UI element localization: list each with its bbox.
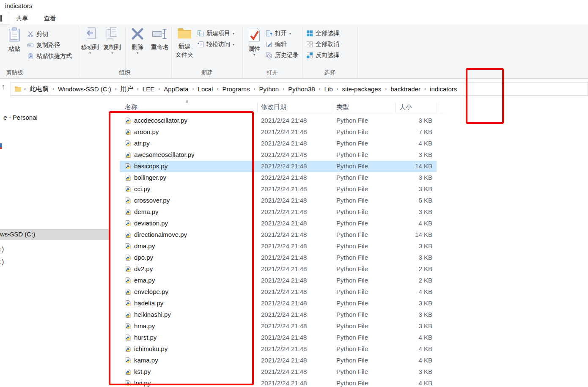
file-type: Python File [336, 208, 368, 215]
up-arrow-icon[interactable]: ↑ [1, 82, 5, 92]
file-row[interactable]: awesomeoscillator.py 2021/2/24 21:48 Pyt… [0, 149, 588, 161]
history-button[interactable]: 历史记录 [266, 51, 299, 60]
file-row[interactable]: hadelta.py 2021/2/24 21:48 Python File 3… [0, 298, 588, 309]
file-type: Python File [336, 288, 368, 295]
scissors-icon [27, 31, 34, 38]
file-row[interactable]: deviation.py 2021/2/24 21:48 Python File… [0, 218, 588, 229]
file-row[interactable]: kst.py 2021/2/24 21:48 Python File 3 KB [0, 366, 588, 378]
file-type: Python File [336, 334, 368, 341]
file-date-modified: 2021/2/24 21:48 [261, 254, 307, 261]
select-none-button[interactable]: 全部取消 [306, 40, 339, 49]
tab-share[interactable]: 共享 [11, 12, 33, 25]
file-date-modified: 2021/2/24 21:48 [261, 265, 307, 272]
ribbon: 粘贴 剪切 W... 复制路径 粘贴快捷方式 剪贴板 移动到 ▾ 复制到 ▾ [0, 25, 588, 79]
column-divider[interactable] [257, 102, 258, 113]
copy-path-button[interactable]: W... 复制路径 [27, 41, 60, 50]
select-all-icon [306, 30, 313, 37]
file-row[interactable]: directionalmove.py 2021/2/24 21:48 Pytho… [0, 229, 588, 241]
breadcrumb-item[interactable]: indicators [428, 85, 459, 93]
new-folder-icon [177, 27, 192, 40]
file-row[interactable]: lrsi.py 2021/2/24 21:48 Python File 4 KB [0, 378, 588, 387]
breadcrumb-item[interactable]: 用户 [118, 85, 135, 93]
open-button[interactable]: 打开 ▾ [266, 29, 291, 38]
file-row[interactable]: atr.py 2021/2/24 21:48 Python File 4 KB [0, 138, 588, 149]
file-row[interactable]: kama.py 2021/2/24 21:48 Python File 4 KB [0, 355, 588, 366]
python-file-icon [125, 300, 132, 307]
breadcrumb-item[interactable]: Windows-SSD (C:) [56, 85, 113, 93]
copy-to-button[interactable]: 复制到 ▾ [102, 27, 123, 55]
move-to-button[interactable]: 移动到 ▾ [80, 27, 101, 55]
file-row[interactable]: basicops.py 2021/2/24 21:48 Python File … [0, 161, 588, 172]
paste-button[interactable]: 粘贴 [4, 27, 25, 52]
paste-shortcut-button[interactable]: 粘贴快捷方式 [27, 52, 72, 61]
file-type: Python File [336, 265, 368, 272]
breadcrumb-item[interactable]: Local [196, 85, 215, 93]
file-row[interactable]: dv2.py 2021/2/24 21:48 Python File 2 KB [0, 263, 588, 275]
file-date-modified: 2021/2/24 21:48 [261, 334, 307, 341]
file-row[interactable]: envelope.py 2021/2/24 21:48 Python File … [0, 286, 588, 298]
invert-selection-button[interactable]: 反向选择 [306, 51, 339, 60]
breadcrumb-item[interactable]: Python [257, 85, 281, 93]
new-item-button[interactable]: 新建项目 ▾ [197, 29, 234, 38]
file-row[interactable]: heikinashi.py 2021/2/24 21:48 Python Fil… [0, 309, 588, 321]
file-name: ema.py [134, 277, 155, 284]
file-name: cci.py [134, 185, 150, 192]
breadcrumb-item[interactable]: 此电脑 [27, 85, 51, 93]
select-all-button[interactable]: 全部选择 [306, 29, 339, 38]
file-row[interactable]: dpo.py 2021/2/24 21:48 Python File 3 KB [0, 252, 588, 263]
file-size: 3 KB [382, 322, 432, 329]
group-label-clipboard: 剪贴板 [6, 69, 23, 77]
file-row[interactable]: bollinger.py 2021/2/24 21:48 Python File… [0, 172, 588, 184]
tab-home-fragment[interactable] [0, 12, 9, 25]
column-divider[interactable] [396, 102, 396, 113]
properties-button[interactable]: 属性 ▾ [245, 27, 263, 57]
file-type: Python File [336, 277, 368, 284]
file-date-modified: 2021/2/24 21:48 [261, 242, 307, 250]
breadcrumb-item[interactable]: Lib [322, 85, 335, 93]
file-row[interactable]: hma.py 2021/2/24 21:48 Python File 3 KB [0, 321, 588, 332]
edit-button[interactable]: 编辑 [266, 40, 287, 49]
file-row[interactable]: ema.py 2021/2/24 21:48 Python File 2 KB [0, 275, 588, 286]
breadcrumb-chevron-icon: › [281, 86, 286, 92]
file-row[interactable]: cci.py 2021/2/24 21:48 Python File 3 KB [0, 184, 588, 195]
file-row[interactable]: dma.py 2021/2/24 21:48 Python File 3 KB [0, 241, 588, 252]
new-folder-button[interactable]: 新建 文件夹 [173, 27, 195, 58]
breadcrumb-item[interactable]: site-packages [340, 85, 384, 93]
file-row[interactable]: ichimoku.py 2021/2/24 21:48 Python File … [0, 343, 588, 355]
column-header-name[interactable]: 名称 [125, 103, 137, 111]
file-name: kst.py [134, 368, 151, 375]
column-divider[interactable] [332, 102, 332, 113]
file-row[interactable]: accdecoscillator.py 2021/2/24 21:48 Pyth… [0, 115, 588, 126]
python-file-icon [125, 220, 132, 227]
breadcrumb-item[interactable]: Python38 [286, 85, 317, 93]
breadcrumb-item[interactable]: AppData [162, 85, 190, 93]
python-file-icon [125, 368, 132, 375]
file-date-modified: 2021/2/24 21:48 [261, 311, 307, 318]
breadcrumb-item[interactable]: Programs [220, 85, 252, 93]
file-row[interactable]: aroon.py 2021/2/24 21:48 Python File 7 K… [0, 126, 588, 138]
file-row[interactable]: crossover.py 2021/2/24 21:48 Python File… [0, 195, 588, 206]
file-type: Python File [336, 254, 368, 261]
file-list: accdecoscillator.py 2021/2/24 21:48 Pyth… [0, 115, 588, 387]
column-header-date[interactable]: 修改日期 [261, 103, 286, 111]
file-row[interactable]: dema.py 2021/2/24 21:48 Python File 3 KB [0, 206, 588, 218]
file-size: 5 KB [382, 197, 432, 204]
file-row[interactable]: hurst.py 2021/2/24 21:48 Python File 4 K… [0, 332, 588, 343]
breadcrumb-item[interactable]: LEE [140, 85, 157, 93]
breadcrumb-chevron-icon: › [22, 86, 27, 92]
file-size: 3 KB [382, 151, 432, 158]
easy-access-button[interactable]: 轻松访问 ▾ [197, 40, 234, 49]
delete-button[interactable]: 删除 ▾ [128, 27, 147, 55]
tab-view[interactable]: 查看 [39, 12, 61, 25]
address-box[interactable]: ›此电脑›Windows-SSD (C:)›用户›LEE›AppData›Loc… [11, 82, 588, 96]
file-type: Python File [336, 162, 368, 170]
cut-button[interactable]: 剪切 [27, 30, 48, 39]
column-header-type[interactable]: 类型 [336, 103, 349, 111]
file-type: Python File [336, 117, 368, 124]
column-divider[interactable] [437, 102, 437, 113]
column-header-size[interactable]: 大小 [399, 103, 412, 111]
breadcrumb-item[interactable]: backtrader [388, 85, 423, 93]
python-file-icon [125, 174, 132, 181]
delete-x-icon [131, 27, 144, 41]
rename-button[interactable]: 重命名 [148, 27, 172, 51]
